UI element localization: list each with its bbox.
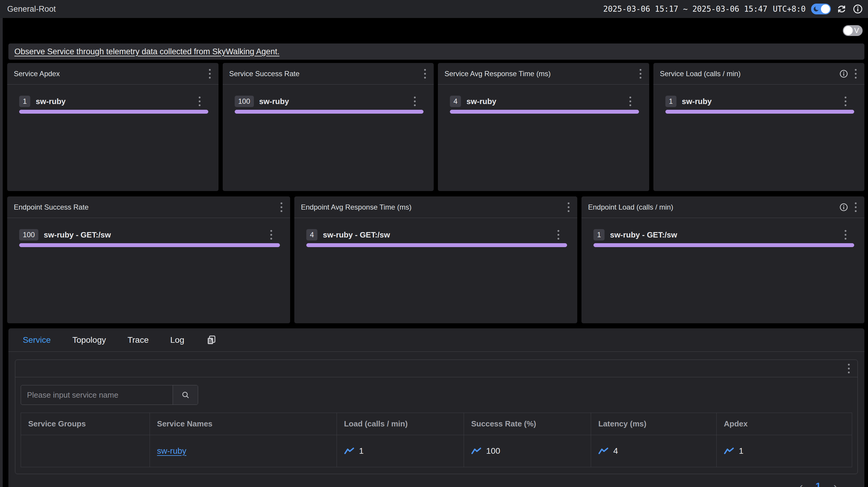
tabs-group: ServiceTopologyTraceLog [23, 335, 184, 345]
metric-value: 1 [359, 446, 364, 456]
service-list-widget-header [15, 360, 858, 377]
time-range[interactable]: 2025-03-06 15:17 ~ 2025-03-06 15:47 [603, 4, 768, 13]
moon-icon [813, 6, 820, 12]
card-menu-kebab-icon[interactable] [205, 68, 214, 80]
metric-bar [450, 110, 639, 114]
metric-value-badge: 4 [306, 229, 317, 241]
sparkline-icon [471, 447, 482, 455]
card-menu-kebab-icon[interactable] [564, 201, 573, 213]
metric-card-body: 1 sw-ruby - GET:/sw [582, 218, 864, 247]
metric-entity-label: sw-ruby - GET:/sw [44, 230, 111, 240]
pagination-next-icon[interactable]: › [834, 481, 837, 487]
top-bar: General-Root 2025-03-06 15:17 ~ 2025-03-… [0, 0, 868, 18]
card-menu-kebab-icon[interactable] [421, 68, 430, 80]
latency-cell: 4 [591, 435, 717, 467]
metric-value-badge: 4 [450, 96, 461, 107]
metric-bar [593, 243, 854, 247]
endpoint-metric-cards: Endpoint Success Rate 100 sw-ruby - GET:… [7, 196, 864, 323]
metric-card-body: 4 sw-ruby [438, 85, 649, 114]
card-menu-kebab-icon[interactable] [851, 201, 860, 213]
card-info-icon[interactable] [839, 203, 848, 212]
tab-topology[interactable]: Topology [72, 335, 106, 345]
dashboard-tabs-panel: ServiceTopologyTraceLog [8, 328, 864, 487]
metric-value-badge: 1 [593, 229, 604, 241]
theme-toggle-knob [821, 4, 830, 13]
metric-card-header: Endpoint Success Rate [7, 196, 290, 218]
metric-bar [665, 110, 855, 114]
success-rate-cell: 100 [464, 435, 591, 467]
metric-card-title: Service Load (calls / min) [660, 69, 741, 78]
metric-card-body: 1 sw-ruby [7, 85, 218, 114]
refresh-icon[interactable] [836, 4, 847, 14]
metric-bar [235, 110, 424, 114]
legend-menu-kebab-icon[interactable] [267, 229, 276, 241]
column-header: Service Groups [21, 413, 150, 435]
metric-bar [306, 243, 567, 247]
metric-card: Service Success Rate 100 sw-ruby [223, 63, 434, 191]
metric-value-badge: 1 [19, 96, 30, 107]
card-info-icon[interactable] [839, 69, 848, 78]
legend-menu-kebab-icon[interactable] [626, 95, 635, 108]
metric-entity-label: sw-ruby - GET:/sw [610, 230, 677, 240]
skywalking-agent-link[interactable]: Observe Service through telemetry data c… [14, 47, 279, 56]
column-header: Load (calls / min) [337, 413, 464, 435]
metric-card-title: Service Success Rate [229, 69, 300, 78]
sparkline-icon [724, 447, 734, 455]
metric-entity-label: sw-ruby - GET:/sw [323, 230, 390, 240]
legend-menu-kebab-icon[interactable] [841, 95, 850, 108]
widget-menu-kebab-icon[interactable] [844, 363, 853, 374]
metric-card-body: 100 sw-ruby - GET:/sw [7, 218, 290, 247]
load-cell: 1 [337, 435, 464, 467]
legend-menu-kebab-icon[interactable] [195, 95, 204, 108]
tab-service[interactable]: Service [23, 335, 51, 345]
metric-card-header: Endpoint Load (calls / min) [582, 196, 864, 218]
metric-entity-label: sw-ruby [36, 97, 66, 106]
metric-card: Service Apdex 1 sw-ruby [7, 63, 218, 191]
metric-bar [19, 110, 208, 114]
metric-card-header: Service Avg Response Time (ms) [438, 63, 649, 85]
metric-value: 100 [486, 446, 500, 456]
legend-menu-kebab-icon[interactable] [554, 229, 563, 241]
metric-card: Endpoint Success Rate 100 sw-ruby - GET:… [7, 196, 290, 323]
card-menu-kebab-icon[interactable] [277, 201, 286, 213]
copy-dashboard-icon[interactable] [206, 335, 217, 345]
metric-value: 4 [613, 446, 618, 456]
service-name-link[interactable]: sw-ruby [157, 446, 186, 456]
metric-card-header: Service Load (calls / min) [653, 63, 865, 85]
pagination-prev-icon[interactable]: ‹ [800, 481, 803, 487]
tab-trace[interactable]: Trace [127, 335, 149, 345]
metric-value-badge: 1 [665, 96, 677, 107]
metric-entity-label: sw-ruby [466, 97, 496, 106]
pagination-current-page[interactable]: 1 [815, 481, 821, 487]
legend-menu-kebab-icon[interactable] [410, 95, 419, 108]
card-menu-kebab-icon[interactable] [636, 68, 645, 80]
metric-entity-label: sw-ruby [682, 97, 712, 106]
info-icon[interactable] [852, 4, 863, 14]
edit-view-toggle-knob [844, 26, 853, 35]
metric-card-header: Service Success Rate [223, 63, 434, 85]
column-header: Latency (ms) [591, 413, 717, 435]
metric-value-badge: 100 [19, 229, 38, 241]
dashboard-description-bar: Observe Service through telemetry data c… [8, 43, 864, 60]
metric-card-title: Endpoint Load (calls / min) [588, 203, 673, 211]
metric-card-title: Endpoint Success Rate [14, 203, 88, 211]
card-menu-kebab-icon[interactable] [851, 68, 860, 80]
search-row [21, 385, 858, 405]
column-header: Success Rate (%) [464, 413, 591, 435]
tab-log[interactable]: Log [170, 335, 184, 345]
service-table-header-row: Service GroupsService NamesLoad (calls /… [21, 413, 852, 435]
search-icon [181, 391, 190, 399]
theme-toggle[interactable] [811, 4, 831, 14]
metric-card-body: 4 sw-ruby - GET:/sw [294, 218, 577, 247]
metric-card-body: 100 sw-ruby [223, 85, 434, 114]
metric-card-body: 1 sw-ruby [653, 85, 865, 114]
pagination: ‹ 1 › [8, 477, 864, 487]
metric-value-badge: 100 [235, 96, 254, 107]
service-search-input[interactable] [21, 385, 173, 404]
service-metric-cards: Service Apdex 1 sw-ruby [7, 63, 864, 191]
edit-view-toggle[interactable]: V [843, 25, 863, 36]
sparkline-icon [344, 447, 354, 455]
metric-card: Endpoint Avg Response Time (ms) 4 sw-rub… [294, 196, 577, 323]
legend-menu-kebab-icon[interactable] [841, 229, 850, 241]
search-button[interactable] [173, 385, 198, 404]
